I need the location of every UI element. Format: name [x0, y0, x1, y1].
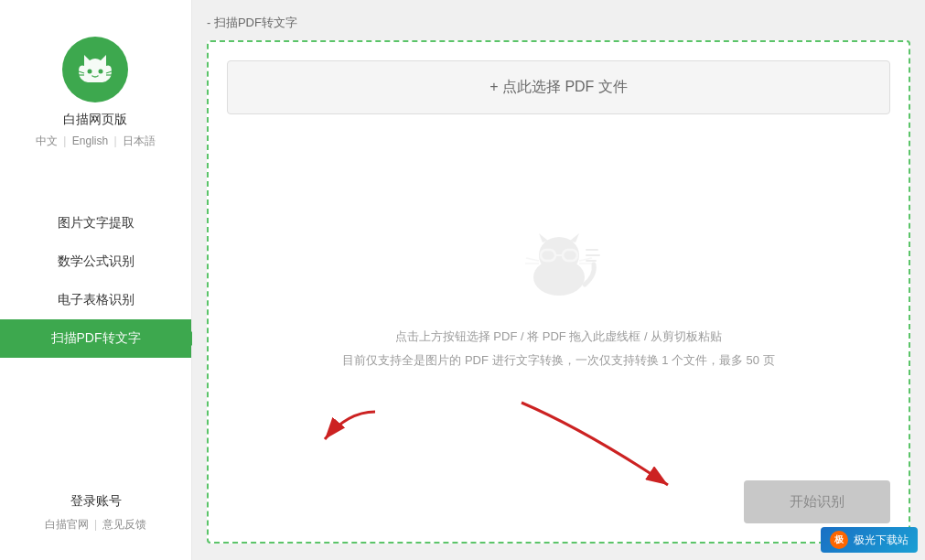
- sidebar-item-image-ocr[interactable]: 图片文字提取: [0, 204, 191, 242]
- logo-area: 白描网页版 中文 | English | 日本語: [36, 37, 156, 149]
- sidebar-item-table-ocr[interactable]: 电子表格识别: [0, 281, 191, 319]
- nav-menu: 图片文字提取 数学公式识别 电子表格识别 扫描PDF转文字: [0, 204, 191, 358]
- drop-hint-line2: 目前仅支持全是图片的 PDF 进行文字转换，一次仅支持转换 1 个文件，最多 5…: [342, 349, 774, 372]
- watermark: 极 极光下载站: [821, 527, 918, 553]
- page-title: - 扫描PDF转文字: [207, 15, 910, 31]
- app-name: 白描网页版: [63, 112, 127, 128]
- lang-zh[interactable]: 中文: [36, 135, 58, 147]
- main-content: - 扫描PDF转文字 + 点此选择 PDF 文件: [192, 0, 925, 560]
- svg-point-1: [99, 70, 103, 74]
- placeholder-cat-icon: [513, 230, 605, 307]
- official-site-link[interactable]: 白描官网: [45, 518, 89, 531]
- sidebar-item-math-formula[interactable]: 数学公式识别: [0, 242, 191, 281]
- sidebar: 白描网页版 中文 | English | 日本語 图片文字提取 数学公式识别 电…: [0, 0, 192, 560]
- svg-point-0: [88, 70, 92, 74]
- sidebar-item-pdf-ocr[interactable]: 扫描PDF转文字: [0, 319, 191, 358]
- app-logo: [62, 37, 128, 102]
- lang-en[interactable]: English: [72, 135, 108, 147]
- lang-ja[interactable]: 日本語: [123, 135, 156, 147]
- svg-marker-9: [570, 233, 579, 242]
- feedback-link[interactable]: 意见反馈: [102, 518, 146, 531]
- watermark-text: 极光下载站: [854, 533, 909, 548]
- start-btn-area: 开始识别: [744, 480, 890, 523]
- upload-pdf-button[interactable]: + 点此选择 PDF 文件: [227, 60, 890, 114]
- drop-area: 点击上方按钮选择 PDF / 将 PDF 拖入此虚线框 / 从剪切板粘贴 目前仅…: [227, 133, 890, 523]
- login-link[interactable]: 登录账号: [0, 493, 191, 510]
- drop-hint-line1: 点击上方按钮选择 PDF / 将 PDF 拖入此虚线框 / 从剪切板粘贴: [342, 325, 774, 349]
- svg-marker-8: [539, 233, 548, 242]
- start-recognition-button[interactable]: 开始识别: [744, 480, 890, 523]
- watermark-icon: 极: [830, 531, 848, 549]
- sidebar-bottom: 登录账号 白描官网 | 意见反馈: [0, 493, 191, 533]
- lang-sep1: |: [63, 135, 66, 147]
- lang-sep2: |: [114, 135, 117, 147]
- drop-hint: 点击上方按钮选择 PDF / 将 PDF 拖入此虚线框 / 从剪切板粘贴 目前仅…: [342, 325, 774, 372]
- svg-line-16: [526, 258, 539, 261]
- bottom-links: 白描官网 | 意见反馈: [0, 517, 191, 533]
- upload-container[interactable]: + 点此选择 PDF 文件: [207, 40, 910, 544]
- lang-switcher[interactable]: 中文 | English | 日本語: [36, 134, 156, 149]
- bottom-sep: |: [94, 518, 97, 531]
